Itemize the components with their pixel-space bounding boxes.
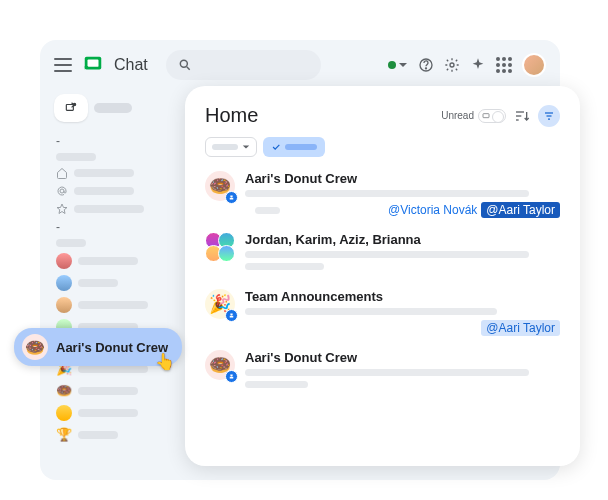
svg-point-8 — [73, 103, 75, 105]
message-preview-line — [245, 263, 324, 270]
space-badge-icon — [225, 370, 238, 383]
space-item-hovered[interactable]: 🍩 — [50, 380, 180, 402]
sparkle-icon[interactable] — [470, 57, 486, 73]
message-preview-line — [245, 369, 529, 376]
mention-link[interactable]: @Victoria Novák — [388, 203, 477, 217]
space-badge-icon — [225, 191, 238, 204]
space-item[interactable] — [50, 402, 180, 424]
tooltip-text: Aari's Donut Crew — [56, 340, 168, 355]
cursor-icon: 👆 — [155, 352, 175, 371]
compose-icon — [64, 101, 78, 115]
filter-chip-dropdown[interactable] — [205, 137, 257, 157]
message-preview-line — [255, 207, 280, 214]
unread-toggle[interactable]: Unread — [441, 109, 506, 123]
reply-indent: @Victoria Novák @Aari Taylor — [286, 202, 560, 218]
conversation-title: Team Announcements — [245, 289, 560, 304]
svg-point-2 — [180, 60, 187, 67]
chevron-down-icon — [398, 60, 408, 70]
compose-button[interactable] — [54, 94, 88, 122]
trophy-emoji-icon: 🏆 — [56, 427, 72, 443]
message-preview-line — [245, 381, 308, 388]
svg-rect-1 — [88, 60, 99, 67]
filter-chips — [205, 137, 560, 157]
conversation-item[interactable]: Jordan, Karim, Aziz, Brianna — [205, 232, 560, 275]
top-header: Chat — [40, 40, 560, 90]
sort-icon[interactable] — [514, 108, 530, 124]
message-preview-line — [245, 308, 497, 315]
dm-item[interactable] — [50, 294, 180, 316]
svg-point-5 — [425, 68, 426, 69]
menu-icon[interactable] — [54, 58, 72, 72]
app-name: Chat — [114, 56, 148, 74]
conversation-title: Aari's Donut Crew — [245, 171, 560, 186]
svg-rect-10 — [483, 113, 489, 117]
compose-label-placeholder — [94, 103, 132, 113]
check-icon — [271, 142, 281, 152]
dm-item[interactable] — [50, 250, 180, 272]
group-avatar-icon — [205, 232, 235, 262]
profile-avatar[interactable] — [522, 53, 546, 77]
svg-point-6 — [450, 63, 454, 67]
message-preview-line — [245, 190, 529, 197]
search-icon — [178, 58, 192, 72]
gear-icon[interactable] — [444, 57, 460, 73]
mention-pill[interactable]: @Aari Taylor — [481, 320, 560, 336]
panel-title: Home — [205, 104, 258, 127]
nav-section-divider: - — [50, 218, 180, 236]
chat-logo-icon — [82, 54, 104, 76]
conversation-title: Jordan, Karim, Aziz, Brianna — [245, 232, 560, 247]
chevron-down-icon — [242, 143, 250, 151]
star-icon — [56, 203, 68, 215]
unread-label: Unread — [441, 110, 474, 121]
conversation-item[interactable]: 🍩 Aari's Donut Crew @Victoria Novák @Aar… — [205, 171, 560, 218]
toggle-switch — [478, 109, 506, 123]
home-icon — [56, 167, 68, 179]
conversation-title: Aari's Donut Crew — [245, 350, 560, 365]
space-item[interactable]: 🏆 — [50, 424, 180, 446]
at-icon — [56, 185, 68, 197]
conversation-item[interactable]: 🍩 Aari's Donut Crew — [205, 350, 560, 393]
filter-icon — [543, 110, 555, 122]
active-status-icon — [388, 61, 396, 69]
filter-chip-active[interactable] — [263, 137, 325, 157]
sidebar-item-home[interactable] — [50, 164, 180, 182]
header-actions — [388, 53, 546, 77]
filter-button[interactable] — [538, 105, 560, 127]
sidebar: - - 🎉 🍩 🏆 — [50, 94, 180, 446]
apps-grid-icon[interactable] — [496, 57, 512, 73]
mention-pill[interactable]: @Aari Taylor — [481, 202, 560, 218]
donut-emoji-icon: 🍩 — [22, 334, 48, 360]
svg-line-3 — [187, 67, 190, 70]
svg-point-9 — [60, 189, 64, 193]
sidebar-item[interactable] — [50, 150, 180, 164]
donut-emoji-icon: 🍩 — [56, 383, 72, 399]
help-icon[interactable] — [418, 57, 434, 73]
sidebar-item[interactable] — [50, 236, 180, 250]
message-icon — [482, 112, 490, 120]
conversation-item[interactable]: 🎉 Team Announcements @Aari Taylor — [205, 289, 560, 336]
status-indicator[interactable] — [388, 60, 408, 70]
sidebar-item-starred[interactable] — [50, 200, 180, 218]
dm-item[interactable] — [50, 272, 180, 294]
space-badge-icon — [225, 309, 238, 322]
search-input[interactable] — [166, 50, 321, 80]
nav-section-divider: - — [50, 132, 180, 150]
message-preview-line — [245, 251, 529, 258]
sidebar-item-mentions[interactable] — [50, 182, 180, 200]
home-panel: Home Unread 🍩 — [185, 86, 580, 466]
